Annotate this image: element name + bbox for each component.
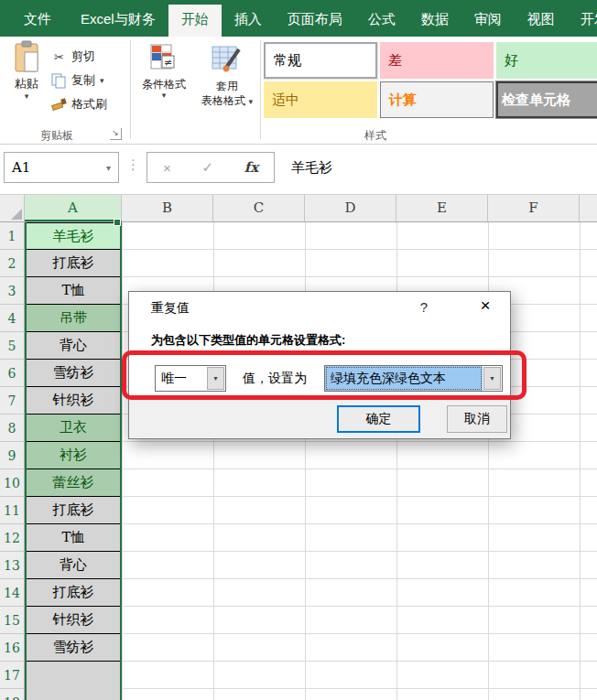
cell-style-swatch[interactable]: 检查单元格 (496, 81, 597, 118)
select-all-corner[interactable] (0, 195, 25, 221)
ribbon-tab[interactable]: 视图 (515, 5, 568, 37)
row-header[interactable]: 12 (0, 524, 25, 552)
cancel-button[interactable]: 取消 (447, 405, 507, 433)
format-painter-label: 格式刷 (71, 96, 107, 113)
dialog-close-icon[interactable]: × (473, 296, 497, 316)
sheet-cell[interactable]: T恤 (25, 524, 122, 552)
row-header[interactable]: 9 (0, 442, 25, 469)
row-header[interactable]: 11 (0, 497, 25, 524)
paste-label: 粘贴 (5, 76, 48, 92)
insert-function-icon[interactable]: fx (244, 159, 258, 176)
cell-style-swatch[interactable]: 常规 (264, 42, 377, 79)
formula-bar: A1 ▾ ⋮ × ✓ fx 羊毛衫 (0, 145, 597, 195)
row-header[interactable]: 15 (0, 607, 25, 634)
column-header-row: ABCDEF (0, 195, 597, 222)
ribbon-tab[interactable]: 数据 (408, 5, 461, 37)
sheet-cell[interactable]: 针织衫 (25, 387, 122, 415)
ribbon-tab[interactable]: 审阅 (461, 5, 515, 37)
cell-style-swatch[interactable]: 差 (380, 42, 494, 79)
sheet-cell[interactable] (25, 662, 122, 689)
ribbon-tab[interactable]: 公式 (355, 5, 408, 37)
row-header[interactable]: 5 (0, 332, 25, 360)
row-header[interactable]: 14 (0, 579, 25, 607)
cut-button[interactable]: ✂ 剪切 (51, 46, 95, 68)
ribbon-tab[interactable]: 开发 (568, 5, 597, 37)
value-type-combobox[interactable]: 唯一 ▼ (155, 365, 226, 392)
formula-bar-drag-dots-icon[interactable]: ⋮ (126, 156, 138, 173)
sheet-cell[interactable] (25, 689, 122, 700)
fill-handle[interactable] (114, 219, 121, 226)
ok-button[interactable]: 确定 (337, 405, 420, 433)
sheet-cell[interactable]: 打底衫 (25, 497, 122, 524)
sheet-cell[interactable]: 羊毛衫 (25, 222, 122, 250)
sheet-cell[interactable]: 针织衫 (25, 607, 122, 634)
row-header[interactable]: 4 (0, 305, 25, 332)
cell-style-swatch[interactable]: 好 (496, 42, 597, 79)
conditional-formatting-icon: ≠ (134, 44, 194, 71)
format-painter-icon (51, 97, 67, 112)
clipboard-group-label: 剪贴板 (40, 128, 73, 144)
ribbon: 粘贴 ▾ ✂ 剪切 复制 ▾ 格式刷 (0, 37, 597, 145)
column-header[interactable]: F (488, 195, 580, 221)
row-header[interactable]: 13 (0, 552, 25, 579)
column-header[interactable]: A (25, 195, 122, 221)
row-header[interactable]: 2 (0, 250, 25, 277)
sheet-cell[interactable]: 背心 (25, 552, 122, 579)
column-header[interactable]: D (305, 195, 396, 221)
column-a-cells: 羊毛衫打底衫T恤吊带背心雪纺衫针织衫卫衣衬衫蕾丝衫打底衫T恤背心打底衫针织衫雪纺… (25, 222, 122, 700)
cell-style-swatch[interactable]: 适中 (264, 81, 377, 118)
sheet-cell[interactable]: 吊带 (25, 305, 122, 332)
copy-label: 复制 (71, 72, 95, 89)
name-box[interactable]: A1 ▾ (4, 152, 119, 183)
ribbon-tab-bar: 文件Excel与财务开始插入页面布局公式数据审阅视图开发 (0, 0, 597, 37)
sheet-cell[interactable]: 打底衫 (25, 250, 122, 277)
row-header[interactable]: 8 (0, 415, 25, 442)
value-type-chevron-icon[interactable]: ▼ (207, 367, 224, 390)
format-style-chevron-icon[interactable]: ▼ (483, 367, 501, 390)
name-box-dropdown-icon[interactable]: ▾ (106, 163, 111, 173)
cancel-entry-icon[interactable]: × (163, 160, 171, 176)
row-header[interactable]: 3 (0, 277, 25, 305)
row-header[interactable]: 18 (0, 689, 25, 700)
sheet-cell[interactable]: 打底衫 (25, 579, 122, 607)
row-header[interactable]: 10 (0, 469, 25, 497)
ribbon-tab[interactable]: Excel与财务 (68, 5, 168, 37)
column-header[interactable]: C (213, 195, 305, 221)
confirm-entry-icon[interactable]: ✓ (201, 159, 213, 176)
dialog-title: 重复值 (151, 300, 190, 317)
column-header[interactable]: E (396, 195, 488, 221)
dialog-help-button[interactable]: ? (415, 299, 433, 315)
conditional-formatting-button[interactable]: ≠ 条件格式 ▾ (134, 40, 194, 99)
ribbon-tab[interactable]: 插入 (222, 5, 275, 37)
row-header[interactable]: 17 (0, 662, 25, 689)
sheet-cell[interactable]: 雪纺衫 (25, 360, 122, 387)
copy-dropdown-icon[interactable]: ▾ (100, 77, 104, 84)
paste-dropdown-icon[interactable]: ▾ (5, 92, 48, 100)
ribbon-tab[interactable]: 文件 (7, 5, 68, 37)
row-header[interactable]: 7 (0, 387, 25, 415)
format-as-table-button[interactable]: 套用 表格格式 ▾ (194, 40, 260, 108)
format-as-table-label-line2: 表格格式 ▾ (194, 93, 260, 108)
sheet-cell[interactable]: 卫衣 (25, 415, 122, 442)
conditional-formatting-dropdown-icon[interactable]: ▾ (134, 92, 194, 99)
ribbon-tab[interactable]: 开始 (168, 5, 222, 37)
sheet-cell[interactable]: 蕾丝衫 (25, 469, 122, 497)
sheet-cell[interactable]: 背心 (25, 332, 122, 360)
format-painter-button[interactable]: 格式刷 (51, 93, 107, 115)
row-header[interactable]: 6 (0, 360, 25, 387)
copy-button[interactable]: 复制 ▾ (51, 70, 104, 92)
paste-button[interactable]: 粘贴 ▾ (5, 40, 48, 126)
value-type-selected: 唯一 (156, 366, 206, 391)
sheet-cell[interactable]: T恤 (25, 277, 122, 305)
format-style-combobox[interactable]: 绿填充色深绿色文本 ▼ (324, 365, 503, 392)
format-as-table-dropdown-icon[interactable]: ▾ (248, 97, 253, 106)
sheet-cell[interactable]: 衬衫 (25, 442, 122, 469)
row-header[interactable]: 16 (0, 634, 25, 662)
clipboard-dialog-launcher-icon[interactable]: ↘ (110, 128, 122, 140)
sheet-cell[interactable]: 雪纺衫 (25, 634, 122, 662)
formula-input[interactable]: 羊毛衫 (291, 152, 332, 183)
column-header[interactable]: B (122, 195, 213, 221)
cell-style-swatch[interactable]: 计算 (380, 81, 494, 118)
ribbon-tab[interactable]: 页面布局 (275, 5, 355, 37)
row-header[interactable]: 1 (0, 222, 25, 250)
